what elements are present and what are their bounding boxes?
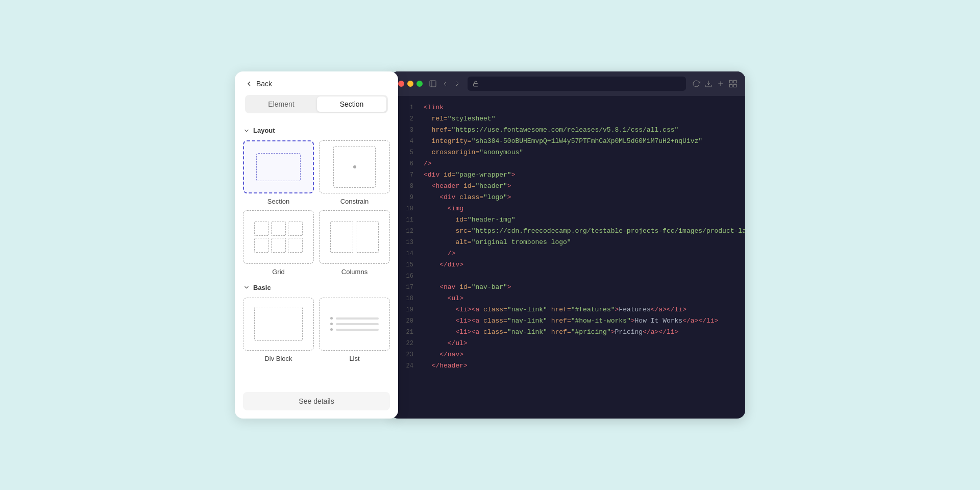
code-token [424,283,439,291]
code-token: "#pricing" [571,328,611,336]
list-preview [319,298,390,351]
grid-preview [243,210,314,263]
code-token: <a [472,317,483,325]
code-token [424,182,432,190]
code-line: 10 <img [390,203,745,214]
component-div-block[interactable]: Div Block [243,298,314,362]
line-content: <li><a class="nav-link" href="#how-it-wo… [424,315,718,327]
line-number: 11 [398,214,413,226]
code-token [424,328,455,336]
code-token: "header" [475,182,507,190]
code-token: "nav-link" [507,317,547,325]
line-number: 9 [398,192,413,203]
code-line: 11 id="header-img" [390,214,745,226]
minimize-traffic-light[interactable] [407,81,413,87]
layout-section-header[interactable]: Layout [243,127,390,134]
line-number: 14 [398,248,413,259]
code-token: "nav-link" [507,306,547,313]
back-nav-icon[interactable] [441,80,449,88]
svg-rect-18 [729,80,732,83]
code-line: 3 href="https://use.fontawesome.com/rele… [390,125,745,136]
code-token: <link [424,104,444,111]
code-line: 1<link [390,102,745,113]
code-token [424,193,439,201]
line-content: <ul> [424,293,463,304]
code-token: class= [483,306,507,313]
line-content: <li><a class="nav-link" href="#features"… [424,304,687,315]
line-content: <div id="page-wrapper"> [424,169,515,181]
basic-components-grid: Div Block [243,298,390,362]
component-list[interactable]: List [319,298,390,362]
code-line: 20 <li><a class="nav-link" href="#how-it… [390,315,745,327]
code-token: id= [424,216,468,224]
tab-element[interactable]: Element [247,96,316,112]
code-line: 8 <header id="header"> [390,181,745,192]
line-number: 15 [398,259,413,271]
code-line: 24 </header> [390,360,745,372]
close-traffic-light[interactable] [398,81,404,87]
div-block-label: Div Block [264,355,292,362]
address-bar[interactable] [468,77,686,91]
line-content: <img [424,203,463,214]
svg-rect-20 [729,84,732,87]
code-token: src= [424,227,472,235]
line-number: 13 [398,237,413,248]
code-token: "https://use.fontawesome.com/releases/v5… [452,126,679,134]
code-line: 6/> [390,158,745,169]
code-token: > [507,182,511,190]
code-token: <li> [455,328,471,336]
code-line: 23 </nav> [390,349,745,360]
code-token: > [611,328,615,336]
code-line: 5 crossorigin="anonymous" [390,147,745,158]
columns-preview [319,210,390,263]
basic-section-header[interactable]: Basic [243,284,390,291]
grid-label: Grid [272,268,285,276]
component-columns[interactable]: Columns [319,210,390,275]
code-token: "#how-it-works" [571,317,631,325]
fullscreen-icon[interactable] [729,80,737,88]
code-area[interactable]: 1<link2 rel="stylesheet"3 href="https://… [390,96,745,419]
code-line: 19 <li><a class="nav-link" href="#featur… [390,304,745,315]
code-token: </ul> [448,339,468,347]
code-token: </li> [658,328,678,336]
component-grid[interactable]: Grid [243,210,314,275]
component-constrain[interactable]: Constrain [319,140,390,205]
download-icon[interactable] [704,80,713,88]
code-token: id= [444,171,455,179]
code-token: "nav-link" [507,328,547,336]
line-content: <nav id="nav-bar"> [424,282,511,293]
line-number: 22 [398,338,413,349]
refresh-icon[interactable] [692,80,700,88]
code-line: 15 </div> [390,259,745,271]
see-details-button[interactable]: See details [243,392,390,410]
columns-label: Columns [341,268,368,276]
tab-section[interactable]: Section [317,96,386,112]
code-token: "sha384-50oBUHEmvpQ+1lW4y57PTFmhCaXp0ML5… [472,137,702,145]
code-token: "https://cdn.freecodecamp.org/testable-p… [472,227,745,235]
component-section[interactable]: Section [243,140,314,205]
forward-nav-icon[interactable] [453,80,461,88]
sidebar-icon[interactable] [429,80,437,88]
line-content: rel="stylesheet" [424,113,495,125]
code-token [424,317,455,325]
lock-icon [473,81,479,87]
code-line: 13 alt="original trombones logo" [390,237,745,248]
line-number: 16 [398,271,413,282]
section-preview [243,140,314,193]
code-token: </a> [643,328,658,336]
svg-rect-19 [733,80,736,83]
code-line: 9 <div class="logo"> [390,192,745,203]
add-tab-icon[interactable] [717,80,725,88]
maximize-traffic-light[interactable] [416,81,423,87]
code-token: </header> [432,362,468,370]
code-token: > [511,171,516,179]
code-token: href= [551,328,571,336]
code-token: Features [619,306,650,313]
back-button[interactable]: Back [245,80,272,88]
code-token: "header-img" [468,216,516,224]
code-token: crossorigin= [424,149,479,156]
line-number: 4 [398,136,413,147]
code-token: <img [448,205,463,212]
code-line: 2 rel="stylesheet" [390,113,745,125]
code-token: <li> [455,317,471,325]
